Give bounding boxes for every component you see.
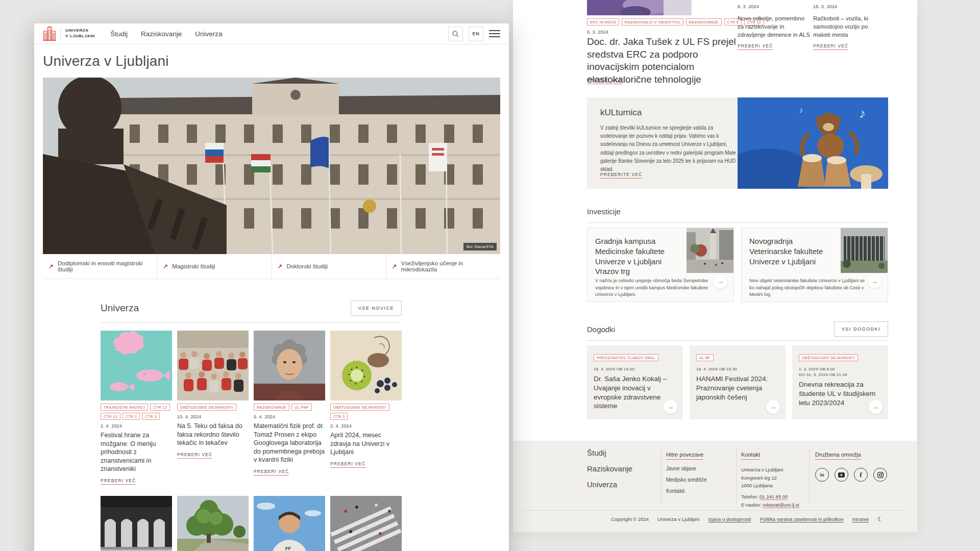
tag-chip[interactable]: ERC IN MSCA	[587, 18, 619, 26]
tag-chip[interactable]: CTR 3	[330, 413, 348, 420]
news-card-image[interactable]	[254, 331, 325, 400]
language-toggle-button[interactable]: EN	[469, 27, 483, 41]
investicije-title: Investicije	[587, 207, 621, 216]
news-card-image[interactable]	[101, 496, 172, 551]
divider	[587, 222, 888, 223]
investicije-header: Investicije	[587, 207, 888, 216]
accessibility-link[interactable]: Izjava o dostopnosti	[708, 516, 751, 522]
news-section: Univerza VSE NOVICE	[101, 300, 402, 551]
facebook-icon[interactable]: f	[854, 468, 868, 482]
arrow-right-icon[interactable]: →	[664, 400, 677, 414]
contact-phone-link[interactable]: 01 241 85 00	[760, 494, 788, 500]
news-card-image[interactable]	[177, 496, 249, 551]
nav-univerza[interactable]: Univerza	[195, 30, 222, 38]
nav-studij[interactable]: Študij	[110, 30, 128, 38]
arrow-right-icon[interactable]: →	[766, 400, 780, 414]
news-card-image[interactable]	[177, 331, 249, 400]
tag-chip[interactable]: OBŠTUDIJSKE DEJAVNOSTI	[799, 354, 858, 361]
footer-link-kontakti[interactable]: Kontakti	[666, 488, 706, 494]
dark-mode-toggle-icon[interactable]: ☾	[877, 516, 884, 522]
quick-link-dodiplomski[interactable]: ↗ Dodiplomski in enoviti magistrski štud…	[43, 254, 157, 279]
all-news-button[interactable]: VSE NOVICE	[351, 300, 402, 316]
event-card[interactable]: UL BF 18. 4. 2024 OB 15.30 HANAMI Festiv…	[690, 345, 786, 419]
arrow-right-icon[interactable]: →	[868, 274, 881, 288]
search-button[interactable]	[448, 27, 463, 41]
quick-link-doktorski[interactable]: ↗ Doktorski študiji	[272, 254, 386, 279]
nav-raziskovanje[interactable]: Raziskovanje	[141, 30, 182, 38]
news-card-date: 5. 4. 2024	[254, 414, 325, 419]
read-more-link[interactable]: PREBERI VEČ	[101, 478, 136, 485]
event-card[interactable]: PREDSTAVITEV ČLANOV SMUL 16. 4. 2024 OB …	[587, 345, 683, 419]
street-church-photo	[687, 228, 733, 273]
read-more-link[interactable]: PREBERI VEČ	[738, 43, 773, 50]
quick-link-label: Magistrski študiji	[172, 263, 215, 269]
photo-credit: Bor Slana/STA	[463, 243, 497, 251]
all-events-button[interactable]: VSI DOGODKI	[834, 321, 888, 337]
investicija-body: Novi objekt Veterinarske fakultete Unive…	[749, 278, 868, 298]
linkedin-icon[interactable]: in	[815, 468, 829, 482]
news-card-image[interactable]: FF ŠKA VŽ	[254, 496, 325, 551]
tag-chip[interactable]: UL FMF	[291, 404, 312, 411]
arrow-right-icon[interactable]: →	[869, 400, 883, 414]
arrow-up-right-icon: ↗	[278, 263, 283, 270]
university-logo[interactable]: UNIVERZA V LJUBLJANI	[43, 26, 95, 41]
footer-nav-univerza[interactable]: Univerza	[587, 480, 632, 489]
arrow-right-icon[interactable]: →	[714, 274, 727, 288]
news-card: FF ŠKA VŽ NAGRADE IN PRIZNANJA DOKTORSKI…	[254, 496, 325, 551]
tag-chip[interactable]: CTR 2	[122, 413, 140, 420]
menu-icon[interactable]	[489, 28, 500, 39]
tag-chip[interactable]: PREDSTAVITEV ČLANOV SMUL	[594, 354, 658, 361]
footer-nav: Študij Raziskovanje Univerza	[587, 448, 632, 496]
desktop-canvas: ERC IN MSCA RAZISKOVALCI V OBJEKTIVU RAZ…	[0, 0, 980, 551]
news-card: RAZISKOVANJE UL FMF 5. 4. 2024 Matematič…	[254, 331, 325, 485]
footer: Študij Raziskovanje Univerza Hitre povez…	[513, 441, 917, 532]
footer-nav-studij[interactable]: Študij	[587, 448, 632, 457]
tag-chip[interactable]: OBŠTUDIJSKE DEJAVNOSTI	[330, 404, 389, 411]
contact-email-link[interactable]: rektorat@uni-lj.si	[763, 502, 799, 508]
privacy-policy-link[interactable]: Politika varstva zasebnosti in piškotkov	[760, 516, 843, 522]
svg-text:♪: ♪	[799, 106, 803, 114]
news-card-image[interactable]	[101, 331, 172, 400]
tag-chip[interactable]: RAZISKOVALCI V OBJEKTIVU	[622, 18, 683, 26]
monkey-drums-illustration: ♪ ♪	[738, 97, 888, 189]
kulturnica-read-more-link[interactable]: PREBERITE VEČ	[600, 172, 642, 179]
tag-chip[interactable]: CTR 12	[150, 404, 170, 411]
youtube-icon[interactable]	[835, 468, 848, 482]
footer-link-medijsko-sredisce[interactable]: Medijsko središče	[666, 477, 706, 483]
featured-read-more-link[interactable]: PREBERI VEČ	[587, 78, 622, 84]
mini-news-date: 15. 3. 2024	[813, 4, 837, 9]
featured-article-image[interactable]	[587, 0, 692, 15]
news-card-image[interactable]	[330, 496, 402, 551]
tag-chip[interactable]: OBŠTUDIJSKE DEJAVNOSTI	[177, 404, 236, 411]
tag-chip[interactable]: UL BF	[696, 354, 714, 361]
event-datetime: 16. 4. 2024 OB 14.00	[594, 367, 676, 371]
investicija-title: Gradnja kampusa Medicinske fakultete Uni…	[595, 236, 683, 277]
read-more-link[interactable]: PREBERI VEČ	[177, 452, 212, 459]
quick-link-magistrski[interactable]: ↗ Magistrski študiji	[157, 254, 271, 279]
tag-chip[interactable]: CTR 13	[101, 413, 120, 420]
instagram-icon[interactable]	[873, 468, 887, 482]
event-card[interactable]: OBŠTUDIJSKE DEJAVNOSTI 1. 3. 2024 OB 8.0…	[792, 345, 888, 419]
news-card-image[interactable]	[330, 331, 402, 400]
investicija-card[interactable]: Gradnja kampusa Medicinske fakultete Uni…	[587, 228, 734, 302]
footer-link-javne-objave[interactable]: Javne objave	[666, 466, 706, 471]
investicija-title: Novogradnja Veterinarske fakultete Unive…	[749, 236, 837, 266]
event-title: HANAMI Festival 2024: Praznovanje cveten…	[696, 374, 779, 402]
investicija-card[interactable]: Novogradnja Veterinarske fakultete Unive…	[741, 228, 888, 302]
footer-divider	[736, 448, 737, 505]
tag-chip[interactable]: CTR 3	[142, 413, 159, 420]
quick-link-vsezivljenjsko[interactable]: ↗ Vseživljenjsko učenje in mikrodokazila	[386, 254, 500, 279]
tag-chip[interactable]: RAZISKOVANJE	[686, 18, 722, 26]
quick-link-label: Dodiplomski in enoviti magistrski študij…	[58, 260, 157, 272]
arrow-up-right-icon: ↗	[392, 263, 397, 270]
intranet-link[interactable]: Intranet	[852, 516, 869, 522]
read-more-link[interactable]: PREBERI VEČ	[254, 469, 289, 475]
news-section-title: Univerza	[101, 303, 139, 314]
tag-chip[interactable]: TRAJNOSTNI RAZVOJ	[101, 404, 148, 411]
quick-link-label: Vseživljenjsko učenje in mikrodokazila	[401, 260, 500, 272]
footer-nav-raziskovanje[interactable]: Raziskovanje	[587, 464, 632, 473]
contact-heading: Kontakt	[741, 452, 760, 460]
read-more-link[interactable]: PREBERI VEČ	[813, 43, 848, 50]
read-more-link[interactable]: PREBERI VEČ	[330, 461, 365, 468]
tag-chip[interactable]: RAZISKOVANJE	[254, 404, 289, 411]
